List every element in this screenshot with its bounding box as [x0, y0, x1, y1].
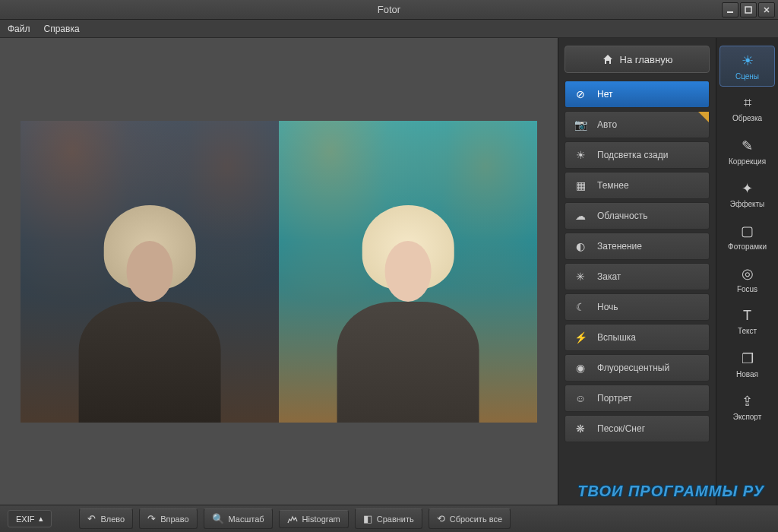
- scene-item[interactable]: ❋Песок/Снег: [565, 415, 710, 442]
- scene-icon: ▦: [573, 178, 588, 193]
- tool-icon: ❐: [742, 350, 754, 367]
- tool-icon: ✦: [742, 180, 753, 197]
- reset-label: Сбросить все: [450, 515, 502, 524]
- window-controls: [722, 2, 775, 17]
- scene-icon: 📷: [573, 117, 588, 132]
- tool-tab[interactable]: ◎Focus: [719, 258, 775, 299]
- histogram-label: Histogram: [302, 515, 340, 524]
- scene-label: Вспышка: [597, 332, 636, 343]
- scene-label: Темнее: [597, 180, 629, 191]
- tool-label: Эффекты: [730, 200, 764, 208]
- tool-tab[interactable]: ✦Эффекты: [719, 173, 775, 214]
- close-button[interactable]: [758, 2, 775, 17]
- compare-button[interactable]: ◧Сравнить: [355, 508, 422, 529]
- tool-tab[interactable]: ✎Коррекция: [719, 131, 775, 172]
- image-before: [21, 121, 279, 423]
- chevron-up-icon: ▴: [39, 514, 43, 524]
- scene-label: Песок/Снег: [597, 423, 645, 434]
- rotate-right-icon: ↷: [147, 513, 156, 524]
- zoom-label: Масштаб: [229, 515, 264, 524]
- home-button-label: На главную: [620, 54, 673, 65]
- scene-item[interactable]: ⊘Нет: [565, 81, 710, 108]
- menubar: Файл Справка: [0, 20, 778, 38]
- scene-icon: ❋: [573, 421, 588, 436]
- scene-item[interactable]: ☾Ночь: [565, 293, 710, 321]
- scene-icon: ☁: [573, 208, 588, 223]
- scene-icon: ☺: [573, 391, 588, 406]
- scene-item[interactable]: ▦Темнее: [565, 172, 710, 199]
- tool-label: Сцены: [735, 72, 759, 81]
- image-compare: [21, 121, 537, 423]
- scene-icon: ◉: [573, 360, 588, 375]
- minimize-button[interactable]: [722, 2, 738, 17]
- tool-label: Фоторамки: [728, 242, 767, 251]
- home-button[interactable]: На главную: [565, 46, 710, 73]
- histogram-icon: [287, 515, 298, 524]
- tool-icon: ⌗: [744, 95, 751, 111]
- scene-item[interactable]: ◉Флуоресцентный: [565, 354, 710, 382]
- scene-icon: ☾: [573, 299, 588, 315]
- scene-icon: ☀: [573, 147, 588, 163]
- rotate-left-button[interactable]: ↶Влево: [79, 508, 133, 529]
- tool-label: Коррекция: [729, 157, 766, 166]
- scene-item[interactable]: ☺Портрет: [565, 385, 710, 412]
- main-area: На главную ⊘Нет📷Авто☀Подсветка сзади▦Тем…: [0, 38, 778, 505]
- tool-tab[interactable]: ☀Сцены: [719, 46, 775, 87]
- rotate-right-label: Вправо: [160, 515, 188, 524]
- menu-file[interactable]: Файл: [8, 24, 30, 34]
- tool-label: Focus: [737, 285, 757, 293]
- menu-help[interactable]: Справка: [44, 24, 80, 34]
- tool-tab[interactable]: ⇪Экспорт: [719, 386, 775, 427]
- rotate-right-button[interactable]: ↷Вправо: [139, 508, 197, 529]
- scene-label: Закат: [597, 271, 621, 282]
- reset-button[interactable]: ⟲Сбросить все: [429, 508, 511, 529]
- scene-label: Нет: [597, 89, 612, 100]
- scene-item[interactable]: ✳Закат: [565, 263, 710, 290]
- compare-label: Сравнить: [377, 515, 414, 524]
- right-panel: На главную ⊘Нет📷Авто☀Подсветка сзади▦Тем…: [558, 38, 778, 505]
- scene-item[interactable]: ☀Подсветка сзади: [565, 141, 710, 169]
- scene-item[interactable]: 📷Авто: [565, 111, 710, 138]
- app-title: Fotor: [378, 4, 400, 15]
- scene-label: Подсветка сзади: [597, 150, 668, 160]
- tool-tabs: ☀Сцены⌗Обрезка✎Коррекция✦Эффекты▢Фоторам…: [716, 38, 778, 505]
- scene-label: Флуоресцентный: [597, 363, 669, 373]
- scene-label: Затенение: [597, 241, 642, 252]
- tool-icon: ◎: [742, 265, 754, 282]
- tool-tab[interactable]: TТекст: [719, 301, 775, 342]
- zoom-button[interactable]: 🔍Масштаб: [204, 508, 273, 529]
- tool-icon: T: [743, 308, 751, 324]
- tool-tab[interactable]: ⌗Обрезка: [719, 88, 775, 129]
- reset-icon: ⟲: [437, 513, 445, 524]
- svg-rect-1: [745, 7, 751, 13]
- home-icon: [602, 53, 614, 65]
- tool-label: Экспорт: [733, 413, 762, 421]
- scene-item[interactable]: ⚡Вспышка: [565, 324, 710, 351]
- rotate-left-label: Влево: [100, 515, 125, 524]
- scene-icon: ⊘: [573, 87, 588, 102]
- maximize-button[interactable]: [740, 2, 757, 17]
- tool-icon: ✎: [742, 138, 753, 154]
- bottom-toolbar: EXIF ▴ ↶Влево ↷Вправо 🔍Масштаб Histogram…: [0, 505, 778, 532]
- scene-icon: ⚡: [573, 330, 588, 345]
- tool-tab[interactable]: ▢Фоторамки: [719, 216, 775, 257]
- tool-icon: ☀: [742, 52, 754, 69]
- zoom-icon: 🔍: [212, 513, 224, 524]
- compare-icon: ◧: [363, 513, 372, 524]
- histogram-button[interactable]: Histogram: [279, 510, 349, 528]
- scene-label: Портрет: [597, 393, 632, 404]
- image-after: [279, 121, 537, 423]
- tool-tab[interactable]: ❐Новая: [719, 344, 775, 385]
- rotate-left-icon: ↶: [87, 513, 96, 524]
- scene-icon: ◐: [573, 239, 588, 254]
- scene-label: Облачность: [597, 211, 647, 221]
- scene-item[interactable]: ◐Затенение: [565, 233, 710, 260]
- exif-button[interactable]: EXIF ▴: [8, 510, 52, 527]
- scene-label: Авто: [597, 119, 617, 130]
- scene-item[interactable]: ☁Облачность: [565, 202, 710, 230]
- tool-label: Новая: [736, 370, 758, 378]
- exif-label: EXIF: [16, 515, 34, 524]
- tool-icon: ⇪: [742, 393, 753, 410]
- scene-icon: ✳: [573, 269, 588, 284]
- scene-label: Ночь: [597, 302, 618, 312]
